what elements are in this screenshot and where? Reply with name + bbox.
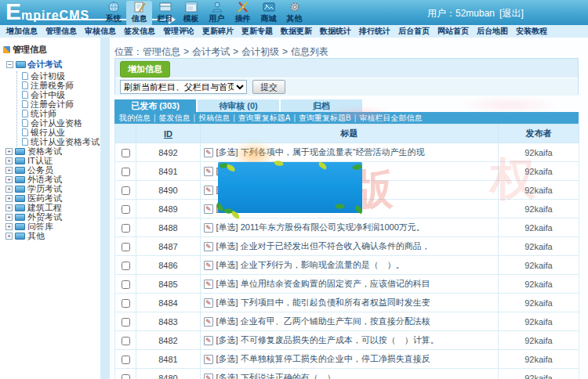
row-checkbox[interactable] xyxy=(122,280,130,289)
menubar-item[interactable]: 后台首页 xyxy=(398,26,430,37)
refresh-scope-select[interactable]: 刷新当前栏目、父栏目与首页 xyxy=(120,80,247,94)
tree-folder-item[interactable]: +问答库 xyxy=(5,222,100,231)
row-checkbox[interactable] xyxy=(122,168,130,176)
breadcrumb-item[interactable]: 会计初级 xyxy=(241,46,279,57)
expand-box-icon[interactable]: + xyxy=(5,233,13,240)
tree-leaf-item[interactable]: 会计中级 xyxy=(17,90,100,99)
expand-box-icon[interactable]: + xyxy=(5,223,13,230)
menubar-item[interactable]: 网站首页 xyxy=(437,26,469,37)
tree-leaf-item[interactable]: 统计师 xyxy=(17,109,100,118)
nav-tab-7[interactable]: 商城 xyxy=(256,1,281,26)
tree-folder-item[interactable]: +IT认证 xyxy=(5,156,100,165)
tab-3[interactable]: 归档 xyxy=(281,99,362,112)
menubar-item[interactable]: 更新专题 xyxy=(241,26,273,37)
expand-box-icon[interactable]: + xyxy=(5,157,13,164)
expand-box-icon[interactable]: + xyxy=(5,186,13,193)
subnav-link[interactable]: 投稿信息 xyxy=(198,114,230,122)
row-title-link[interactable]: [单选] 2011年东方股份有限公司实现净利润1000万元。 xyxy=(216,222,425,232)
row-checkbox[interactable] xyxy=(122,243,130,251)
tree-folder-item[interactable]: +资格考试 xyxy=(5,146,100,156)
row-title-link[interactable]: [单选] 企业对于已经发出但不符合收入确认条件的商品， xyxy=(216,241,430,251)
breadcrumb-item[interactable]: 信息列表 xyxy=(291,46,328,57)
row-title-link[interactable]: [多选] 不可修复废品损失的生产成本，可以按（ ）计算。 xyxy=(216,335,439,345)
edit-pencil-icon[interactable]: ✎ xyxy=(204,355,213,364)
tab-2[interactable]: 待审核 (0) xyxy=(198,99,279,112)
edit-pencil-icon[interactable]: ✎ xyxy=(204,298,213,308)
nav-tab-2[interactable]: 信息 xyxy=(126,1,152,26)
subnav-link[interactable]: 审核栏目全部信息 xyxy=(359,114,422,122)
tab-1[interactable]: 已发布 (303) xyxy=(114,99,196,112)
menubar-item[interactable]: 数据更新 xyxy=(281,26,312,37)
edit-pencil-icon[interactable]: ✎ xyxy=(204,374,213,379)
tree-leaf-item[interactable]: 会计初级 xyxy=(17,71,100,81)
row-checkbox[interactable] xyxy=(122,205,130,214)
expand-box-icon[interactable]: + xyxy=(5,214,13,221)
tree-folder-item[interactable]: +外语考试 xyxy=(5,175,100,184)
tree-folder-item[interactable]: +公务员 xyxy=(5,165,100,175)
row-checkbox[interactable] xyxy=(122,299,130,308)
tree-leaf-item[interactable]: 会计从业资格 xyxy=(17,118,100,128)
nav-tab-4[interactable]: 模板 xyxy=(178,1,204,26)
tree-folder-item[interactable]: +学历考试 xyxy=(5,184,100,193)
edit-pencil-icon[interactable]: ✎ xyxy=(204,186,213,195)
menubar-item[interactable]: 排行统计 xyxy=(359,26,390,37)
tree-folder-item[interactable]: +医药考试 xyxy=(5,193,100,203)
row-title-link[interactable]: [单选] 下列项目中，能引起负债和所有者权益同时发生变 xyxy=(216,298,430,307)
row-title-link[interactable]: [单选] 企业下列行为，影响现金流量的是（ ）。 xyxy=(216,260,405,269)
row-title-link[interactable]: [多选] 下列各项中，属于现金流量表"经营活动产生的现 xyxy=(216,147,425,157)
collapse-box-icon[interactable]: − xyxy=(6,61,13,68)
row-title-link[interactable]: [多选] 不单独核算停工损失的企业中，停工净损失直接反 xyxy=(216,354,430,363)
tree-leaf-item[interactable]: 注册会计师 xyxy=(17,99,100,109)
submit-button[interactable]: 提交 xyxy=(252,80,285,94)
edit-pencil-icon[interactable]: ✎ xyxy=(204,280,213,289)
menubar-item[interactable]: 管理信息 xyxy=(45,26,77,37)
add-info-button[interactable]: 增加信息 xyxy=(120,61,170,78)
edit-pencil-icon[interactable]: ✎ xyxy=(204,204,213,214)
nav-tab-3[interactable]: 栏目 xyxy=(152,1,178,26)
menubar-item[interactable]: 更新碎片 xyxy=(202,26,234,37)
edit-pencil-icon[interactable]: ✎ xyxy=(204,317,213,327)
row-title-link[interactable]: [多选] 下列说法正确的有（ ）。 xyxy=(216,373,344,379)
row-checkbox[interactable] xyxy=(122,224,130,233)
row-title-link[interactable]: [单选] 单位用结余资金购置的固定资产，应该借记的科目 xyxy=(216,279,430,288)
menubar-item[interactable]: 签发信息 xyxy=(124,26,155,37)
logout-link[interactable]: [退出] xyxy=(499,8,524,19)
expand-box-icon[interactable]: + xyxy=(5,148,13,155)
menubar-item[interactable]: 安装教程 xyxy=(516,26,547,37)
menubar-item[interactable]: 后台地图 xyxy=(477,26,508,37)
row-checkbox[interactable] xyxy=(122,149,130,157)
nav-tab-5[interactable]: 用户 xyxy=(204,1,230,26)
tree-folder-item[interactable]: +建筑工程 xyxy=(5,203,100,212)
edit-pencil-icon[interactable]: ✎ xyxy=(204,223,213,233)
expand-box-icon[interactable]: + xyxy=(5,204,13,211)
edit-pencil-icon[interactable]: ✎ xyxy=(204,167,213,176)
row-checkbox[interactable] xyxy=(122,356,130,364)
menubar-item[interactable]: 数据统计 xyxy=(320,26,351,37)
edit-pencil-icon[interactable]: ✎ xyxy=(204,336,213,345)
subnav-link[interactable]: 查询重复标题B xyxy=(299,114,351,122)
subnav-link[interactable]: 查询重复标题A xyxy=(238,114,291,122)
nav-tab-1[interactable]: 系统 xyxy=(100,1,126,26)
row-checkbox[interactable] xyxy=(122,318,130,327)
menubar-item[interactable]: 管理评论 xyxy=(163,26,194,37)
id-sort-link[interactable]: ID xyxy=(164,129,172,139)
tree-root-accounting-exam[interactable]: − 会计考试 xyxy=(0,57,100,71)
row-checkbox[interactable] xyxy=(122,262,130,270)
edit-pencil-icon[interactable]: ✎ xyxy=(204,148,213,157)
tree-leaf-item[interactable]: 统计从业资格考试 xyxy=(17,137,100,146)
menubar-item[interactable]: 审核信息 xyxy=(85,26,116,37)
expand-box-icon[interactable]: + xyxy=(5,167,13,174)
menubar-item[interactable]: 增加信息 xyxy=(6,26,38,37)
tree-folder-item[interactable]: +外贸考试 xyxy=(5,212,100,222)
edit-pencil-icon[interactable]: ✎ xyxy=(204,242,213,251)
subnav-link[interactable]: 签发信息 xyxy=(159,114,191,122)
breadcrumb-item[interactable]: 会计考试 xyxy=(192,46,230,57)
row-title-link[interactable]: [单选] 企业有甲、乙两个辅助生产车间，按直接分配法核 xyxy=(216,316,430,326)
row-checkbox[interactable] xyxy=(122,186,130,195)
row-checkbox[interactable] xyxy=(122,374,130,379)
expand-box-icon[interactable]: + xyxy=(5,195,13,202)
edit-pencil-icon[interactable]: ✎ xyxy=(204,261,213,270)
breadcrumb-item[interactable]: 管理信息 xyxy=(143,46,180,57)
nav-tab-6[interactable]: 插件 xyxy=(230,1,256,26)
nav-tab-8[interactable]: 其他 xyxy=(281,1,307,26)
